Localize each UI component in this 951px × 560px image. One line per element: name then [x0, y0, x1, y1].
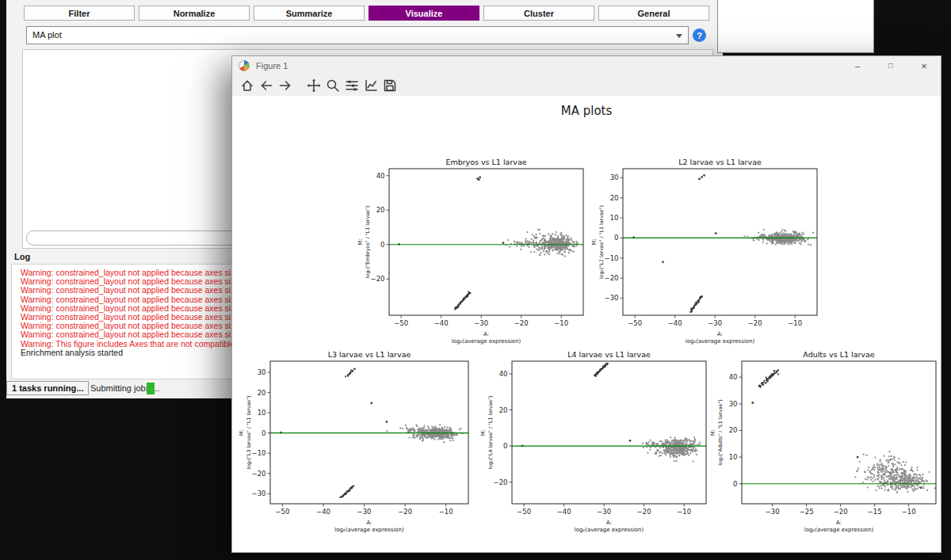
- svg-text:−30: −30: [252, 490, 266, 497]
- save-icon[interactable]: [381, 77, 399, 94]
- svg-text:20: 20: [376, 206, 385, 214]
- svg-text:−10: −10: [677, 508, 691, 516]
- svg-text:log₂("Embryos" / "L1 larvae"): log₂("Embryos" / "L1 larvae"): [365, 206, 371, 278]
- svg-text:0: 0: [733, 480, 737, 488]
- svg-text:A:: A:: [366, 520, 372, 526]
- svg-text:M:: M:: [357, 238, 364, 245]
- svg-text:M:: M:: [710, 429, 716, 436]
- svg-text:A:: A:: [606, 520, 612, 526]
- svg-text:log₂(average expression): log₂(average expression): [334, 527, 404, 533]
- svg-text:M:: M:: [591, 238, 598, 245]
- svg-text:−50: −50: [275, 508, 289, 516]
- svg-text:10: 10: [610, 214, 619, 222]
- toolbar-button-filter[interactable]: Filter: [24, 6, 135, 21]
- svg-text:10: 10: [258, 409, 266, 417]
- svg-text:−20: −20: [494, 478, 508, 486]
- app-toolbar: FilterNormalizeSummarizeVisualizeCluster…: [24, 6, 709, 21]
- figure-toolbar: [232, 75, 941, 96]
- svg-text:log₂(average expression): log₂(average expression): [804, 527, 874, 533]
- svg-text:0: 0: [380, 241, 384, 249]
- svg-text:−10: −10: [252, 449, 266, 457]
- figure-titlebar[interactable]: Figure 1 –□×: [232, 56, 941, 75]
- figure-window-controls: –□×: [841, 56, 941, 75]
- toolbar-button-general[interactable]: General: [598, 6, 709, 21]
- svg-text:10: 10: [729, 453, 738, 461]
- plot-type-dropdown[interactable]: MA plot: [26, 26, 689, 44]
- zoom-icon[interactable]: [324, 77, 342, 94]
- svg-text:40: 40: [499, 370, 508, 378]
- subplots-icon[interactable]: [343, 77, 361, 94]
- svg-text:−20: −20: [834, 508, 848, 516]
- svg-text:−10: −10: [788, 319, 802, 327]
- plot-type-value: MA plot: [27, 27, 688, 44]
- maximize-button[interactable]: □: [874, 56, 907, 75]
- back-icon[interactable]: [258, 77, 275, 94]
- svg-text:A:: A:: [483, 331, 489, 337]
- svg-text:−30: −30: [766, 508, 780, 516]
- svg-text:−20: −20: [252, 470, 266, 478]
- pan-icon[interactable]: [305, 77, 323, 94]
- svg-text:40: 40: [729, 373, 738, 381]
- svg-text:−40: −40: [316, 508, 330, 516]
- svg-text:M:: M:: [480, 429, 487, 436]
- forward-icon[interactable]: [277, 77, 294, 94]
- svg-text:A:: A:: [836, 520, 842, 526]
- svg-text:−20: −20: [514, 319, 529, 327]
- svg-text:20: 20: [499, 406, 508, 414]
- svg-text:20: 20: [729, 426, 738, 434]
- chevron-down-icon: [676, 34, 682, 38]
- svg-text:30: 30: [610, 173, 619, 181]
- svg-text:−20: −20: [637, 508, 651, 516]
- svg-text:−50: −50: [628, 319, 642, 327]
- svg-text:A:: A:: [717, 331, 723, 337]
- svg-text:log₂(average expression): log₂(average expression): [686, 338, 755, 345]
- svg-text:−50: −50: [517, 508, 531, 516]
- background-window: [717, 0, 874, 53]
- ma-subplot: −50−40−30−20−10−2002040Embryos vs L1 lar…: [353, 156, 591, 355]
- matplotlib-icon: [239, 60, 250, 71]
- figure-suptitle: MA plots: [232, 104, 941, 118]
- ma-subplot: −30−25−20−15−10010203040Adults vs L1 lar…: [705, 349, 941, 543]
- svg-text:log₂("L2 larvae" / "L1 larvae": log₂("L2 larvae" / "L1 larvae"): [598, 205, 605, 279]
- svg-text:−40: −40: [557, 508, 571, 516]
- svg-text:−30: −30: [597, 508, 611, 516]
- svg-text:−30: −30: [357, 508, 372, 516]
- toolbar-button-normalize[interactable]: Normalize: [139, 6, 250, 21]
- svg-text:−10: −10: [439, 508, 453, 516]
- svg-text:30: 30: [729, 400, 738, 408]
- svg-text:−20: −20: [605, 274, 619, 282]
- svg-text:−20: −20: [748, 319, 762, 327]
- svg-text:Embryos vs L1 larvae: Embryos vs L1 larvae: [445, 158, 526, 166]
- close-button[interactable]: ×: [907, 56, 941, 75]
- progress-indicator: [147, 383, 155, 394]
- svg-text:−20: −20: [371, 275, 385, 283]
- figure-canvas: MA plots −50−40−30−20−10−2002040Embryos …: [232, 96, 941, 552]
- svg-text:log₂("L3 larvae" / "L1 larvae": log₂("L3 larvae" / "L1 larvae"): [246, 395, 252, 469]
- svg-text:−10: −10: [902, 508, 916, 516]
- figure-window: Figure 1 –□× MA plots −50−40−30−20−10−20…: [231, 55, 941, 553]
- svg-text:−20: −20: [398, 508, 412, 516]
- svg-text:log₂("Adults" / "L1 larvae"): log₂("Adults" / "L1 larvae"): [717, 399, 724, 466]
- svg-text:0: 0: [503, 442, 507, 450]
- svg-text:−40: −40: [434, 319, 449, 327]
- ma-subplot: −50−40−30−20−10−2002040L4 larvae vs L1 l…: [476, 349, 712, 543]
- toolbar-button-summarize[interactable]: Summarize: [254, 6, 365, 21]
- help-icon[interactable]: ?: [693, 29, 706, 42]
- svg-text:0: 0: [614, 234, 618, 242]
- toolbar-button-visualize[interactable]: Visualize: [369, 6, 479, 21]
- svg-text:0: 0: [262, 429, 265, 437]
- home-icon[interactable]: [239, 77, 256, 94]
- svg-text:30: 30: [258, 368, 266, 376]
- svg-text:L4 larvae vs L1 larvae: L4 larvae vs L1 larvae: [567, 350, 651, 359]
- tasks-status: 1 tasks running...: [6, 381, 89, 395]
- svg-text:40: 40: [376, 172, 385, 180]
- svg-text:log₂(average expression): log₂(average expression): [452, 338, 521, 345]
- svg-text:−10: −10: [605, 254, 619, 262]
- svg-text:−30: −30: [708, 319, 722, 327]
- svg-text:20: 20: [610, 194, 619, 202]
- minimize-button[interactable]: –: [841, 56, 874, 75]
- toolbar-button-cluster[interactable]: Cluster: [483, 6, 594, 21]
- edit-icon[interactable]: [362, 77, 380, 94]
- svg-text:M:: M:: [239, 429, 245, 436]
- svg-text:L2 larvae vs L1 larvae: L2 larvae vs L1 larvae: [678, 158, 762, 166]
